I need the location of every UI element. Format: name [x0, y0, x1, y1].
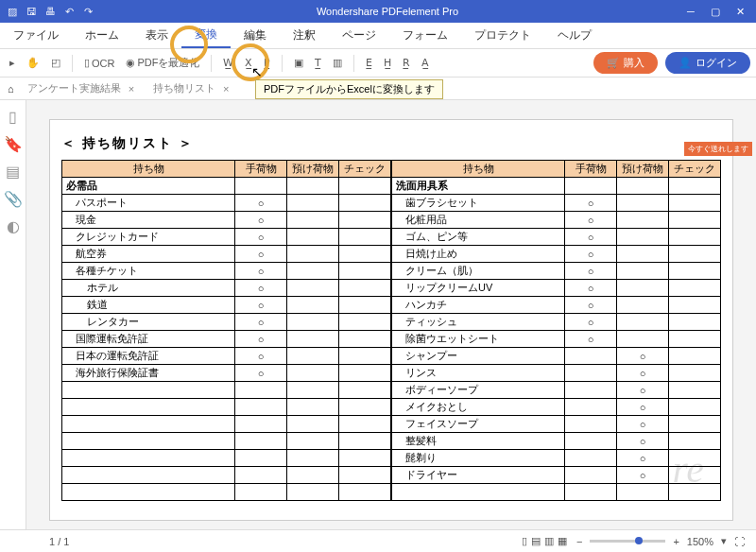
- zoom-in-icon[interactable]: +: [673, 536, 679, 547]
- convert-other-icon[interactable]: ▥: [329, 55, 346, 71]
- table-row: リップクリームUV○: [392, 280, 721, 297]
- table-row: 化粧用品○: [392, 212, 721, 229]
- save-icon[interactable]: 🖫: [25, 5, 38, 18]
- menu-変換[interactable]: 変換: [181, 23, 231, 48]
- menu-ホーム[interactable]: ホーム: [72, 23, 132, 48]
- table-row: 整髪料○: [392, 433, 721, 450]
- menu-ファイル[interactable]: ファイル: [0, 23, 72, 48]
- bookmarks-icon[interactable]: 🔖: [4, 135, 23, 153]
- comments-icon[interactable]: ▤: [6, 163, 20, 181]
- redo-icon[interactable]: ↷: [81, 5, 94, 18]
- quick-access: ▨ 🖫 🖶 ↶ ↷: [0, 5, 100, 18]
- ocr-button[interactable]: ▯ OCR: [80, 55, 118, 71]
- table-row: 日焼け止め○: [392, 246, 721, 263]
- table-row: [62, 467, 391, 484]
- zoom-tool-icon[interactable]: ◰: [47, 55, 64, 71]
- convert-pdfa-icon[interactable]: A̲: [418, 55, 433, 71]
- menu-表示[interactable]: 表示: [132, 23, 181, 48]
- table-header: 預け荷物: [617, 161, 669, 178]
- table-row: 航空券○: [62, 246, 391, 263]
- close-icon[interactable]: ✕: [733, 5, 747, 18]
- left-sidebar: ▯ 🔖 ▤ 📎 ◐: [0, 100, 26, 529]
- statusbar: 1 / 1 ▯ ▤ ▥ ▦ − + 150% ▾ ⛶: [0, 529, 756, 552]
- table-header: 持ち物: [392, 161, 565, 178]
- table-row: クレジットカード○: [62, 229, 391, 246]
- table-row: ボディーソープ○: [392, 382, 721, 399]
- table-row: レンタカー○: [62, 314, 391, 331]
- page-content: 持ち物リスト 持ち物手荷物預け荷物チェック 必需品パスポート○現金○クレジットカ…: [49, 119, 733, 521]
- optimize-button[interactable]: ◉ PDFを最適化: [122, 54, 203, 72]
- minimize-icon[interactable]: ─: [684, 5, 697, 18]
- table-header: 手荷物: [235, 161, 287, 178]
- table-row: 必需品: [62, 178, 391, 195]
- convert-html-icon[interactable]: H̲: [380, 55, 395, 71]
- window-controls: ─ ▢ ✕: [675, 5, 756, 18]
- undo-icon[interactable]: ↶: [62, 5, 76, 18]
- view-cover-icon[interactable]: ▦: [558, 535, 567, 547]
- table-row: ドライヤー○: [392, 467, 721, 484]
- tab-packing-list[interactable]: 持ち物リスト×: [147, 81, 234, 95]
- menu-プロテクト[interactable]: プロテクト: [461, 23, 544, 48]
- view-facing-icon[interactable]: ▥: [544, 535, 554, 547]
- table-row: ホテル○: [62, 280, 391, 297]
- table-row: [62, 484, 391, 501]
- login-button[interactable]: 👤 ログイン: [665, 52, 750, 74]
- table-row: [62, 416, 391, 433]
- thumbnails-icon[interactable]: ▯: [9, 108, 17, 126]
- zoom-dropdown-icon[interactable]: ▾: [721, 535, 727, 547]
- table-row: 日本の運転免許証○: [62, 348, 391, 365]
- hand-tool-icon[interactable]: ✋: [23, 55, 43, 71]
- buy-button[interactable]: 🛒 購入: [593, 52, 658, 74]
- convert-ppt-icon[interactable]: P̲: [260, 55, 274, 71]
- fullscreen-icon[interactable]: ⛶: [734, 536, 745, 547]
- zoom-control[interactable]: − + 150% ▾ ⛶: [576, 535, 745, 547]
- view-continuous-icon[interactable]: ▤: [531, 535, 541, 547]
- table-row: 国際運転免許証○: [62, 331, 391, 348]
- convert-text-icon[interactable]: T̲: [311, 55, 325, 71]
- app-title: Wondershare PDFelement Pro: [100, 6, 675, 17]
- table-header: 手荷物: [565, 161, 617, 178]
- document-canvas[interactable]: 持ち物リスト 持ち物手荷物預け荷物チェック 必需品パスポート○現金○クレジットカ…: [26, 100, 756, 529]
- table-row: [62, 399, 391, 416]
- convert-rtf-icon[interactable]: R̲: [399, 55, 414, 71]
- table-row: ハンカチ○: [392, 297, 721, 314]
- menu-編集[interactable]: 編集: [231, 23, 280, 48]
- print-icon[interactable]: 🖶: [43, 5, 57, 18]
- tooltip: PDFファイルからExcelに変換します: [255, 79, 443, 99]
- packing-table-left: 持ち物手荷物預け荷物チェック 必需品パスポート○現金○クレジットカード○航空券○…: [61, 160, 391, 501]
- toolbar: ▸ ✋ ◰ ▯ OCR ◉ PDFを最適化 W̲ X̲ P̲ ▣ T̲ ▥ E̲…: [0, 49, 756, 78]
- menu-ヘルプ[interactable]: ヘルプ: [544, 23, 605, 48]
- view-single-icon[interactable]: ▯: [522, 535, 527, 547]
- zoom-value: 150%: [687, 536, 713, 547]
- menu-フォーム[interactable]: フォーム: [389, 23, 461, 48]
- convert-word-icon[interactable]: W̲: [219, 55, 237, 71]
- table-row: ティッシュ○: [392, 314, 721, 331]
- table-row: シャンプー○: [392, 348, 721, 365]
- table-row: 各種チケット○: [62, 263, 391, 280]
- attachments-icon[interactable]: 📎: [4, 190, 23, 208]
- tab-close-icon[interactable]: ×: [129, 83, 134, 95]
- select-tool-icon[interactable]: ▸: [6, 55, 19, 71]
- table-row: パスポート○: [62, 195, 391, 212]
- search-icon[interactable]: ◐: [7, 217, 20, 235]
- table-row: 歯ブラシセット○: [392, 195, 721, 212]
- zoom-slider[interactable]: [590, 540, 665, 543]
- maximize-icon[interactable]: ▢: [709, 5, 722, 18]
- tab-close-icon[interactable]: ×: [223, 83, 229, 95]
- convert-epub-icon[interactable]: E̲: [362, 55, 376, 71]
- zoom-out-icon[interactable]: −: [576, 536, 582, 547]
- table-row: ゴム、ピン等○: [392, 229, 721, 246]
- promo-tag[interactable]: 今すぐ送れします: [684, 142, 752, 156]
- home-icon[interactable]: ⌂: [8, 83, 14, 95]
- convert-image-icon[interactable]: ▣: [290, 55, 307, 71]
- table-row: フェイスソープ○: [392, 416, 721, 433]
- menu-注釈[interactable]: 注釈: [280, 23, 329, 48]
- page-indicator[interactable]: 1 / 1: [49, 536, 69, 547]
- table-row: リンス○: [392, 365, 721, 382]
- table-row: メイクおとし○: [392, 399, 721, 416]
- convert-excel-icon[interactable]: X̲: [241, 55, 256, 71]
- app-icon: ▨: [6, 5, 19, 18]
- menu-ページ[interactable]: ページ: [329, 23, 389, 48]
- table-header: チェック: [339, 161, 391, 178]
- tab-survey[interactable]: アンケート実施結果×: [22, 81, 140, 95]
